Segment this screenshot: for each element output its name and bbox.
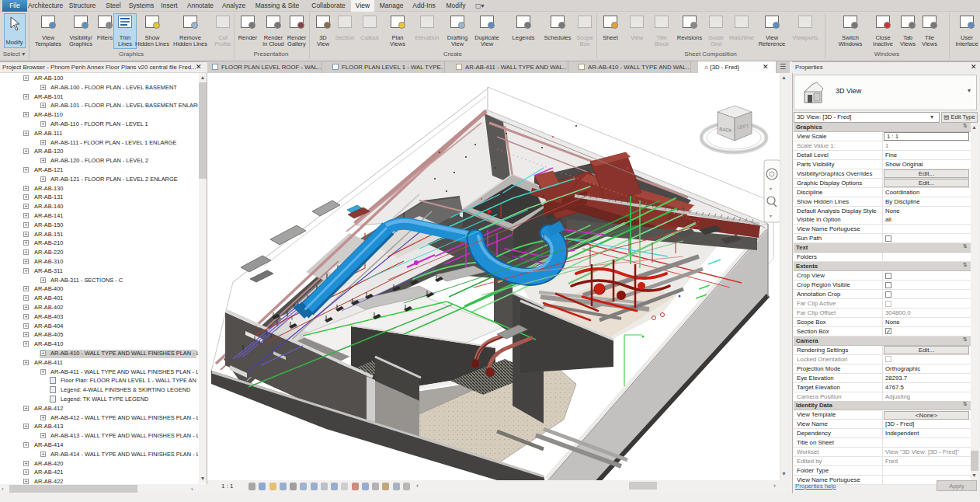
svg-text:▾: ▾ [770,214,772,218]
svg-text:▾: ▾ [770,187,772,191]
